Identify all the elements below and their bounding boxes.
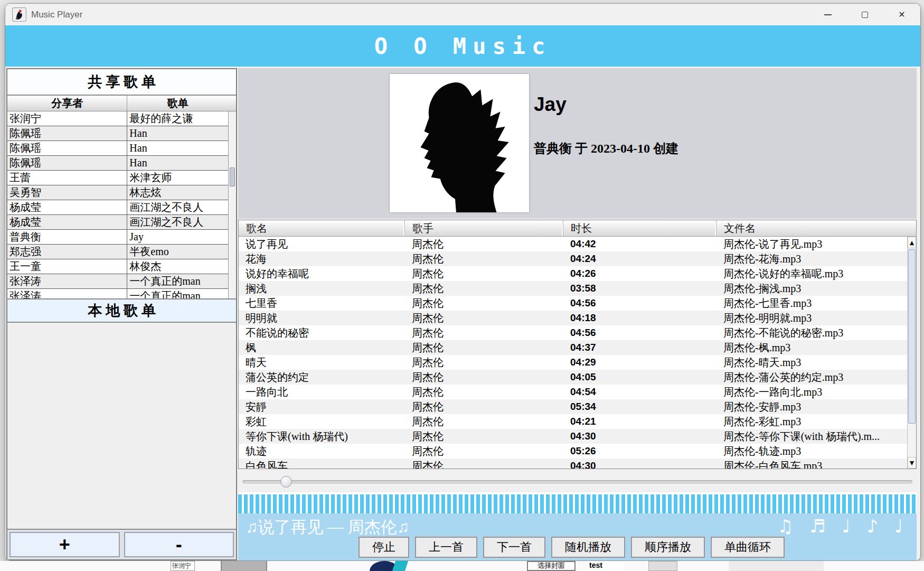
add-playlist-button[interactable]: + — [10, 532, 120, 557]
maximize-button[interactable] — [846, 4, 883, 25]
song-name-cell[interactable]: 搁浅 — [239, 282, 405, 296]
playlist-name[interactable]: Han — [127, 156, 236, 170]
playlist-name[interactable]: 林志炫 — [127, 185, 236, 200]
song-name-cell[interactable]: 不能说的秘密 — [239, 326, 405, 340]
sharer-name[interactable]: 王蕾 — [7, 171, 127, 185]
artist-cell[interactable]: 周杰伦 — [405, 326, 563, 340]
artist-cell[interactable]: 周杰伦 — [405, 267, 563, 281]
artist-cell[interactable]: 周杰伦 — [405, 252, 563, 266]
shared-table-scrollbar[interactable] — [228, 111, 236, 298]
filename-cell[interactable]: 周杰伦-一路向北.mp3 — [716, 385, 916, 399]
artist-cell[interactable]: 周杰伦 — [405, 341, 563, 355]
artist-cell[interactable]: 周杰伦 — [405, 370, 563, 385]
filename-cell[interactable]: 周杰伦-安靜.mp3 — [716, 400, 916, 414]
filename-cell[interactable]: 周杰伦-说好的幸福呢.mp3 — [716, 267, 916, 281]
duration-cell[interactable]: 04:30 — [563, 460, 716, 469]
song-row[interactable]: 说好的幸福呢 周杰伦 04:26 周杰伦-说好的幸福呢.mp3 — [239, 266, 916, 281]
artist-cell[interactable]: 周杰伦 — [405, 429, 563, 444]
shared-playlist-row[interactable]: 吴勇智 林志炫 — [7, 185, 236, 200]
duration-cell[interactable]: 05:26 — [563, 445, 716, 457]
duration-cell[interactable]: 03:58 — [563, 283, 716, 294]
shared-playlist-row[interactable]: 陈佩瑶 Han — [7, 141, 236, 156]
artist-cell[interactable]: 周杰伦 — [405, 400, 563, 414]
song-name-cell[interactable]: 枫 — [239, 341, 405, 355]
duration-cell[interactable]: 04:26 — [563, 268, 716, 279]
sharer-name[interactable]: 张泽涛 — [7, 274, 127, 288]
column-header-duration[interactable]: 时长 — [563, 220, 716, 236]
duration-cell[interactable]: 04:56 — [563, 327, 716, 339]
song-name-cell[interactable]: 明明就 — [239, 311, 405, 325]
song-name-cell[interactable]: 说了再见 — [239, 237, 405, 251]
song-row[interactable]: 彩虹 周杰伦 04:21 周杰伦-彩虹.mp3 — [239, 414, 916, 429]
filename-cell[interactable]: 周杰伦-白色风车.mp3 — [716, 459, 916, 469]
song-name-cell[interactable]: 轨迹 — [239, 444, 405, 458]
choose-cover-button[interactable]: 选择封面 — [527, 561, 576, 571]
sharer-name[interactable]: 郑志强 — [7, 245, 127, 259]
duration-cell[interactable]: 04:42 — [563, 238, 716, 250]
column-header-sharer[interactable]: 分享者 — [7, 96, 127, 111]
close-button[interactable]: ✕ — [883, 4, 920, 25]
player-control-button[interactable]: 停止 — [359, 537, 409, 558]
filename-cell[interactable]: 周杰伦-轨迹.mp3 — [716, 444, 916, 458]
sharer-name[interactable]: 陈佩瑶 — [7, 126, 127, 141]
duration-cell[interactable]: 04:21 — [563, 416, 716, 427]
artist-cell[interactable]: 周杰伦 — [405, 311, 563, 325]
song-row[interactable]: 不能说的秘密 周杰伦 04:56 周杰伦-不能说的秘密.mp3 — [239, 325, 916, 340]
filename-cell[interactable]: 周杰伦-明明就.mp3 — [716, 311, 916, 325]
song-row[interactable]: 蒲公英的约定 周杰伦 04:05 周杰伦-蒲公英的约定.mp3 — [239, 370, 916, 385]
song-row[interactable]: 枫 周杰伦 04:37 周杰伦-枫.mp3 — [239, 340, 916, 355]
seek-slider-thumb[interactable] — [280, 476, 292, 488]
duration-cell[interactable]: 04:37 — [563, 342, 716, 353]
shared-playlist-row[interactable]: 王蕾 米津玄师 — [7, 171, 236, 185]
duration-cell[interactable]: 04:18 — [563, 312, 716, 324]
filename-cell[interactable]: 周杰伦-不能说的秘密.mp3 — [716, 326, 916, 340]
playlist-name[interactable]: 画江湖之不良人 — [127, 200, 236, 214]
shared-playlist-row[interactable]: 普典衡 Jay — [7, 230, 236, 245]
sharer-name[interactable]: 张润宁 — [7, 111, 127, 126]
sharer-name[interactable]: 杨成莹 — [7, 215, 127, 229]
column-header-artist[interactable]: 歌手 — [405, 220, 563, 236]
player-control-button[interactable]: 顺序播放 — [631, 537, 705, 558]
column-header-playlist[interactable]: 歌单 — [127, 96, 228, 111]
song-name-cell[interactable]: 等你下课(with 杨瑞代) — [239, 429, 405, 444]
song-row[interactable]: 七里香 周杰伦 04:56 周杰伦-七里香.mp3 — [239, 296, 916, 311]
artist-cell[interactable]: 周杰伦 — [405, 385, 563, 399]
song-row[interactable]: 搁浅 周杰伦 03:58 周杰伦-搁浅.mp3 — [239, 281, 916, 296]
song-name-cell[interactable]: 说好的幸福呢 — [239, 267, 405, 281]
sharer-name[interactable]: 普典衡 — [7, 230, 127, 244]
playlist-name[interactable]: Jay — [127, 230, 236, 244]
column-header-song[interactable]: 歌名 — [239, 220, 405, 236]
sharer-name[interactable]: 张泽涛 — [7, 289, 127, 298]
song-name-cell[interactable]: 白色风车 — [239, 459, 405, 469]
sharer-name[interactable]: 王一童 — [7, 259, 127, 274]
scroll-up-icon[interactable]: ▲ — [908, 237, 916, 248]
sharer-name[interactable]: 陈佩瑶 — [7, 156, 127, 170]
playlist-name[interactable]: 最好的薛之谦 — [127, 111, 236, 126]
sharer-name[interactable]: 吴勇智 — [7, 185, 127, 200]
song-row[interactable]: 轨迹 周杰伦 05:26 周杰伦-轨迹.mp3 — [239, 444, 916, 458]
duration-cell[interactable]: 04:30 — [563, 430, 716, 442]
duration-cell[interactable]: 04:29 — [563, 357, 716, 368]
player-control-button[interactable]: 单曲循环 — [711, 537, 785, 558]
song-scrollbar-thumb[interactable] — [908, 249, 916, 424]
title-bar[interactable]: Music Player ✕ — [5, 4, 920, 25]
shared-playlist-row[interactable]: 陈佩瑶 Han — [7, 156, 236, 171]
shared-scrollbar-thumb[interactable] — [230, 167, 235, 186]
song-row[interactable]: 明明就 周杰伦 04:18 周杰伦-明明就.mp3 — [239, 311, 916, 325]
filename-cell[interactable]: 周杰伦-说了再见.mp3 — [716, 237, 916, 251]
shared-playlist-row[interactable]: 杨成莹 画江湖之不良人 — [7, 215, 236, 230]
song-name-cell[interactable]: 彩虹 — [239, 415, 405, 429]
player-control-button[interactable]: 下一首 — [483, 537, 545, 558]
shared-playlist-row[interactable]: 陈佩瑶 Han — [7, 126, 236, 141]
song-name-cell[interactable]: 晴天 — [239, 355, 405, 370]
song-name-cell[interactable]: 蒲公英的约定 — [239, 370, 405, 385]
artist-cell[interactable]: 周杰伦 — [405, 444, 563, 458]
playlist-name[interactable]: 一个真正的man — [127, 289, 236, 298]
artist-cell[interactable]: 周杰伦 — [405, 296, 563, 311]
song-row[interactable]: 花海 周杰伦 04:24 周杰伦-花海.mp3 — [239, 251, 916, 266]
playlist-name[interactable]: Han — [127, 141, 236, 155]
remove-playlist-button[interactable]: - — [124, 532, 234, 557]
shared-playlist-row[interactable]: 张泽涛 一个真正的man — [7, 289, 236, 298]
song-row[interactable]: 安靜 周杰伦 05:34 周杰伦-安靜.mp3 — [239, 399, 916, 414]
song-table-scrollbar[interactable]: ▲ ▼ — [907, 237, 916, 469]
